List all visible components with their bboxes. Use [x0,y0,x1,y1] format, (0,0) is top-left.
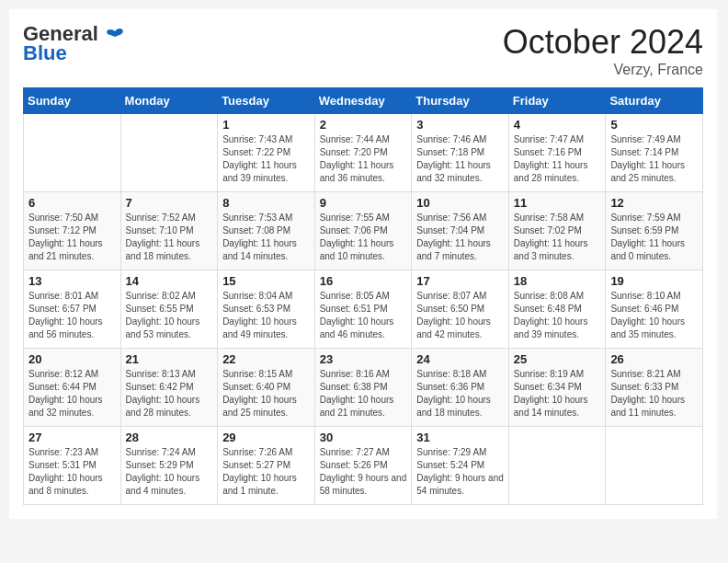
day-number: 15 [222,274,310,288]
day-info: Sunrise: 7:49 AMSunset: 7:14 PMDaylight:… [610,133,698,185]
calendar-cell: 28Sunrise: 7:24 AMSunset: 5:29 PMDayligh… [120,427,218,505]
location: Verzy, France [503,62,703,78]
weekday-header: Wednesday [314,88,412,114]
day-info: Sunrise: 8:10 AMSunset: 6:46 PMDaylight:… [610,290,698,341]
day-info: Sunrise: 7:43 AMSunset: 7:22 PMDaylight:… [222,133,310,185]
calendar-table: SundayMondayTuesdayWednesdayThursdayFrid… [23,87,703,505]
calendar-header: General Blue October 2024 Verzy, France [23,23,703,78]
day-info: Sunrise: 7:26 AMSunset: 5:27 PMDaylight:… [222,446,310,498]
day-number: 10 [416,196,504,210]
calendar-cell: 20Sunrise: 8:12 AMSunset: 6:44 PMDayligh… [24,349,121,427]
day-info: Sunrise: 7:59 AMSunset: 6:59 PMDaylight:… [610,212,698,263]
title-section: October 2024 Verzy, France [503,23,703,78]
day-info: Sunrise: 7:27 AMSunset: 5:26 PMDaylight:… [320,446,407,498]
day-info: Sunrise: 8:21 AMSunset: 6:33 PMDaylight:… [610,368,698,419]
calendar-cell: 23Sunrise: 8:16 AMSunset: 6:38 PMDayligh… [314,349,412,427]
day-number: 27 [28,431,116,444]
day-info: Sunrise: 8:02 AMSunset: 6:55 PMDaylight:… [126,290,213,341]
logo-blue-text: Blue [23,41,67,65]
calendar-cell: 11Sunrise: 7:58 AMSunset: 7:02 PMDayligh… [508,192,606,270]
day-number: 7 [126,196,213,210]
day-info: Sunrise: 7:29 AMSunset: 5:24 PMDaylight:… [416,446,504,498]
calendar-cell: 17Sunrise: 8:07 AMSunset: 6:50 PMDayligh… [412,270,509,349]
calendar-cell: 3Sunrise: 7:46 AMSunset: 7:18 PMDaylight… [412,114,509,192]
day-info: Sunrise: 7:53 AMSunset: 7:08 PMDaylight:… [222,212,310,263]
logo: General Blue [23,23,124,65]
calendar-cell: 9Sunrise: 7:55 AMSunset: 7:06 PMDaylight… [314,192,412,270]
month-title: October 2024 [503,23,703,62]
day-info: Sunrise: 7:55 AMSunset: 7:06 PMDaylight:… [320,212,407,263]
calendar-cell: 15Sunrise: 8:04 AMSunset: 6:53 PMDayligh… [218,270,315,349]
calendar-cell: 8Sunrise: 7:53 AMSunset: 7:08 PMDaylight… [218,192,315,270]
calendar-cell: 27Sunrise: 7:23 AMSunset: 5:31 PMDayligh… [24,427,121,505]
day-number: 29 [222,431,310,444]
day-info: Sunrise: 7:50 AMSunset: 7:12 PMDaylight:… [28,212,116,263]
calendar-cell [508,427,606,505]
calendar-cell: 2Sunrise: 7:44 AMSunset: 7:20 PMDaylight… [314,114,412,192]
day-info: Sunrise: 7:47 AMSunset: 7:16 PMDaylight:… [514,133,601,185]
calendar-cell: 5Sunrise: 7:49 AMSunset: 7:14 PMDaylight… [606,114,703,192]
day-number: 26 [610,352,698,366]
calendar-week-row: 1Sunrise: 7:43 AMSunset: 7:22 PMDaylight… [24,114,703,192]
weekday-header-row: SundayMondayTuesdayWednesdayThursdayFrid… [24,88,703,114]
calendar-cell: 29Sunrise: 7:26 AMSunset: 5:27 PMDayligh… [218,427,315,505]
day-number: 16 [320,274,407,288]
day-info: Sunrise: 7:24 AMSunset: 5:29 PMDaylight:… [126,446,213,498]
day-number: 9 [320,196,407,210]
calendar-cell: 1Sunrise: 7:43 AMSunset: 7:22 PMDaylight… [218,114,315,192]
day-number: 25 [514,352,601,366]
day-number: 17 [416,274,504,288]
day-number: 2 [320,118,407,132]
day-info: Sunrise: 8:07 AMSunset: 6:50 PMDaylight:… [416,290,504,341]
day-number: 1 [222,118,310,132]
calendar-cell: 30Sunrise: 7:27 AMSunset: 5:26 PMDayligh… [314,427,412,505]
day-number: 28 [126,431,213,444]
calendar-cell [120,114,218,192]
day-number: 30 [320,431,407,444]
day-number: 20 [28,352,116,366]
day-number: 18 [514,274,601,288]
day-number: 5 [610,118,698,132]
calendar-cell: 10Sunrise: 7:56 AMSunset: 7:04 PMDayligh… [412,192,509,270]
day-info: Sunrise: 8:15 AMSunset: 6:40 PMDaylight:… [222,368,310,419]
day-info: Sunrise: 8:05 AMSunset: 6:51 PMDaylight:… [320,290,407,341]
calendar-cell: 24Sunrise: 8:18 AMSunset: 6:36 PMDayligh… [412,349,509,427]
day-info: Sunrise: 7:44 AMSunset: 7:20 PMDaylight:… [320,133,407,185]
calendar-week-row: 20Sunrise: 8:12 AMSunset: 6:44 PMDayligh… [24,349,703,427]
day-number: 4 [514,118,601,132]
day-number: 3 [416,118,504,132]
weekday-header: Saturday [606,88,703,114]
calendar-cell: 19Sunrise: 8:10 AMSunset: 6:46 PMDayligh… [606,270,703,349]
day-info: Sunrise: 7:56 AMSunset: 7:04 PMDaylight:… [416,212,504,263]
calendar-cell: 16Sunrise: 8:05 AMSunset: 6:51 PMDayligh… [314,270,412,349]
calendar-cell [606,427,703,505]
day-info: Sunrise: 8:04 AMSunset: 6:53 PMDaylight:… [222,290,310,341]
calendar-cell: 7Sunrise: 7:52 AMSunset: 7:10 PMDaylight… [120,192,218,270]
day-info: Sunrise: 8:19 AMSunset: 6:34 PMDaylight:… [514,368,601,419]
calendar-cell: 31Sunrise: 7:29 AMSunset: 5:24 PMDayligh… [412,427,509,505]
calendar-cell: 12Sunrise: 7:59 AMSunset: 6:59 PMDayligh… [606,192,703,270]
calendar-week-row: 27Sunrise: 7:23 AMSunset: 5:31 PMDayligh… [24,427,703,505]
day-info: Sunrise: 7:23 AMSunset: 5:31 PMDaylight:… [28,446,116,498]
calendar-container: General Blue October 2024 Verzy, France … [9,9,717,519]
day-number: 14 [126,274,213,288]
calendar-week-row: 6Sunrise: 7:50 AMSunset: 7:12 PMDaylight… [24,192,703,270]
calendar-cell: 26Sunrise: 8:21 AMSunset: 6:33 PMDayligh… [606,349,703,427]
day-info: Sunrise: 7:52 AMSunset: 7:10 PMDaylight:… [126,212,213,263]
day-info: Sunrise: 7:58 AMSunset: 7:02 PMDaylight:… [514,212,601,263]
day-number: 8 [222,196,310,210]
day-number: 13 [28,274,116,288]
weekday-header: Friday [508,88,606,114]
day-info: Sunrise: 7:46 AMSunset: 7:18 PMDaylight:… [416,133,504,185]
day-number: 11 [514,196,601,210]
calendar-cell: 21Sunrise: 8:13 AMSunset: 6:42 PMDayligh… [120,349,218,427]
weekday-header: Monday [120,88,218,114]
calendar-cell: 18Sunrise: 8:08 AMSunset: 6:48 PMDayligh… [508,270,606,349]
day-number: 6 [28,196,116,210]
calendar-week-row: 13Sunrise: 8:01 AMSunset: 6:57 PMDayligh… [24,270,703,349]
calendar-cell [24,114,121,192]
day-number: 19 [610,274,698,288]
weekday-header: Thursday [412,88,509,114]
weekday-header: Sunday [24,88,121,114]
calendar-cell: 13Sunrise: 8:01 AMSunset: 6:57 PMDayligh… [24,270,121,349]
